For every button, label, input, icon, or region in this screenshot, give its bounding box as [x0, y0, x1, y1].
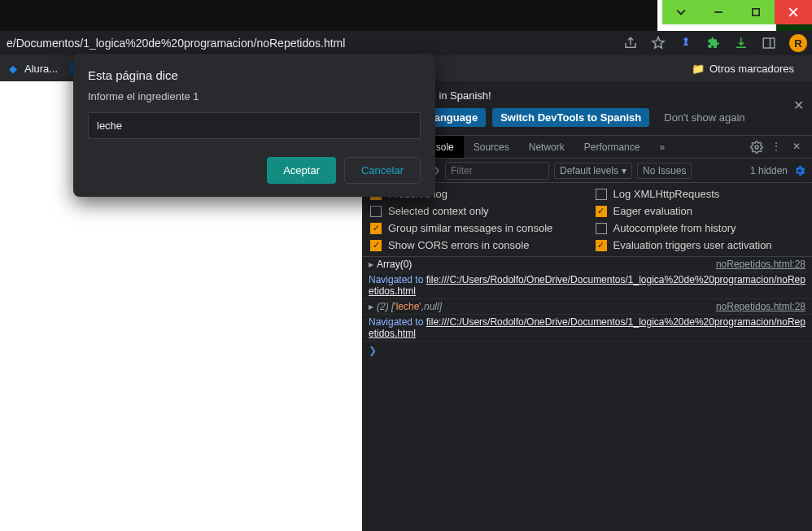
log-source-link[interactable]: noRepetidos.html:28: [716, 301, 805, 312]
navigation-row: Navigated to file:///C:/Users/Rodolfo/On…: [362, 272, 812, 299]
log-row[interactable]: ▸ (2) ['leche', null] noRepetidos.html:2…: [362, 299, 812, 315]
console-prompt[interactable]: ❯: [362, 342, 812, 359]
window-close-button[interactable]: [775, 0, 812, 24]
opt-cors-errors[interactable]: Show CORS errors in console: [370, 239, 579, 251]
banner-dismiss-button[interactable]: Don't show again: [656, 108, 753, 127]
settings-icon[interactable]: [750, 141, 763, 154]
svg-point-4: [755, 146, 758, 149]
checkbox-icon: [370, 223, 382, 234]
expand-icon[interactable]: ▸: [369, 259, 373, 270]
javascript-prompt-dialog: Esta página dice Informe el ingrediente …: [73, 54, 435, 197]
opt-autocomplete[interactable]: Autocomplete from history: [596, 222, 805, 234]
nav-prefix: Navigated to: [369, 274, 426, 285]
window-maximize-button[interactable]: [737, 0, 775, 24]
dialog-input[interactable]: [88, 112, 421, 139]
banner-switch-button[interactable]: Switch DevTools to Spanish: [492, 108, 649, 127]
opt-eager-eval[interactable]: Eager evaluation: [596, 205, 805, 217]
bookmark-item[interactable]: ◆ Alura...: [7, 62, 58, 75]
issues-button[interactable]: No Issues: [637, 163, 692, 179]
navigation-row: Navigated to file:///C:/Users/Rodolfo/On…: [362, 315, 812, 342]
console-filter-input[interactable]: [445, 162, 549, 180]
dialog-cancel-button[interactable]: Cancelar: [344, 157, 421, 184]
url-text[interactable]: e/Documentos/1_logica%20de%20programacio…: [7, 37, 345, 50]
checkbox-icon: [370, 206, 382, 217]
dialog-message: Informe el ingrediente 1: [88, 90, 421, 102]
opt-user-activation[interactable]: Evaluation triggers user activation: [596, 239, 805, 251]
checkbox-icon: [370, 240, 382, 251]
star-icon[interactable]: [651, 36, 666, 50]
console-log: ▸ Array(0) noRepetidos.html:28 Navigated…: [362, 257, 812, 531]
bookmark-label: Alura...: [24, 63, 58, 75]
dialog-title: Esta página dice: [88, 68, 421, 82]
console-settings-icon[interactable]: [792, 163, 807, 178]
opt-log-xhr[interactable]: Log XMLHttpRequests: [596, 188, 805, 200]
checkbox-icon: [596, 223, 607, 234]
tab-performance[interactable]: Performance: [574, 136, 650, 158]
log-count: (2): [377, 301, 389, 312]
profile-avatar[interactable]: R: [789, 34, 807, 52]
log-levels-dropdown[interactable]: Default levels▾: [554, 163, 632, 179]
window-dropdown-button[interactable]: [662, 0, 700, 24]
opt-group-messages[interactable]: Group similar messages in console: [370, 222, 579, 234]
hidden-count[interactable]: 1 hidden: [750, 165, 788, 176]
share-icon[interactable]: [623, 36, 638, 50]
window-minimize-button[interactable]: [700, 0, 737, 24]
chevron-down-icon: ▾: [622, 165, 626, 176]
checkbox-icon: [596, 206, 607, 217]
banner-close-icon[interactable]: ✕: [793, 98, 804, 113]
folder-icon: 📁: [692, 62, 705, 75]
checkbox-icon: [596, 189, 607, 200]
download-icon[interactable]: [734, 36, 749, 50]
nav-prefix: Navigated to: [369, 316, 426, 328]
svg-rect-1: [753, 9, 759, 15]
tab-sources[interactable]: Sources: [464, 136, 519, 158]
devtools-close-icon[interactable]: ✕: [792, 141, 805, 154]
pin-icon[interactable]: [679, 36, 693, 50]
extension-icon[interactable]: [706, 36, 721, 50]
address-bar: e/Documentos/1_logica%20de%20programacio…: [0, 31, 812, 55]
log-value: Array(0): [377, 259, 412, 270]
kebab-menu-icon[interactable]: ⋮: [771, 141, 784, 154]
nav-url[interactable]: file:///C:/Users/Rodolfo/OneDrive/Docume…: [369, 274, 805, 297]
expand-icon[interactable]: ▸: [369, 301, 373, 312]
log-string: 'leche': [394, 301, 421, 312]
other-bookmarks[interactable]: 📁 Otros marcadores: [692, 62, 794, 75]
log-source-link[interactable]: noRepetidos.html:28: [716, 259, 805, 270]
checkbox-icon: [596, 240, 607, 251]
dialog-accept-button[interactable]: Aceptar: [267, 157, 336, 184]
panel-icon[interactable]: [762, 36, 776, 50]
tab-network[interactable]: Network: [519, 136, 574, 158]
bookmark-favicon: ◆: [7, 62, 20, 75]
log-null: null: [424, 301, 439, 312]
window-controls: [662, 0, 812, 24]
nav-url[interactable]: file:///C:/Users/Rodolfo/OneDrive/Docume…: [369, 316, 805, 339]
opt-selected-context[interactable]: Selected context only: [370, 205, 579, 217]
bookmark-label: Otros marcadores: [709, 63, 794, 75]
svg-rect-2: [763, 38, 775, 48]
log-row[interactable]: ▸ Array(0) noRepetidos.html:28: [362, 257, 812, 272]
tab-overflow-icon[interactable]: »: [649, 136, 674, 158]
